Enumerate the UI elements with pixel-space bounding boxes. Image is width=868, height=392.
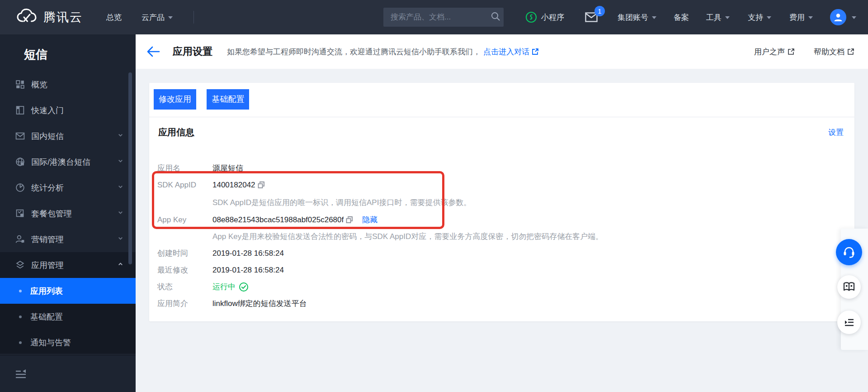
package-icon xyxy=(15,208,25,219)
field-app-key: App Key 08e88e21543bcac51988abf025c2680f… xyxy=(157,211,845,228)
sidebar-item-app-list[interactable]: 应用列表 xyxy=(0,278,136,304)
open-book-icon xyxy=(842,280,856,294)
nav-mini-program[interactable]: 小程序 xyxy=(525,11,564,23)
pie-chart-icon xyxy=(15,182,25,193)
bullet-dot-icon xyxy=(19,290,22,292)
app-key-help: App Key是用来校验短信发送合法性的密码，与SDK AppID对应，需要业务… xyxy=(157,228,845,245)
app-info-card: 修改应用 基础配置 应用信息 设置 应用名 源屋短信 SDK AppID 140… xyxy=(149,83,854,321)
chevron-down-icon xyxy=(117,234,124,244)
sidebar-group-app-mgmt: 应用管理 应用列表 基础配置 通知与告警 xyxy=(0,252,136,355)
nav-group-account[interactable]: 集团账号 xyxy=(618,12,656,23)
guide-icon xyxy=(15,105,25,115)
bullet-dot-icon xyxy=(19,341,22,344)
settings-link[interactable]: 设置 xyxy=(828,127,844,138)
globe-icon xyxy=(15,157,25,167)
content-area: 修改应用 基础配置 应用信息 设置 应用名 源屋短信 SDK AppID 140… xyxy=(136,69,868,392)
customer-service-button[interactable] xyxy=(836,239,862,265)
tencent-cloud-logo[interactable]: 腾讯云 xyxy=(16,8,83,26)
chevron-down-icon xyxy=(117,131,124,141)
sidebar-footer xyxy=(0,354,136,392)
search-input[interactable] xyxy=(391,13,491,22)
sidebar-product-title: 短信 xyxy=(0,34,136,62)
chevron-down-icon xyxy=(652,16,656,19)
chevron-down-icon xyxy=(168,16,173,19)
field-sdk-appid: SDK AppID 1400182042 xyxy=(157,177,845,193)
page-title: 应用设置 xyxy=(173,45,212,58)
chevron-down-icon xyxy=(767,16,771,19)
layers-icon xyxy=(15,260,25,270)
basic-config-button[interactable]: 基础配置 xyxy=(207,89,249,110)
nav-overview[interactable]: 总览 xyxy=(106,12,122,23)
page-header: 应用设置 如果您希望与工程师即时沟通交流，欢迎通过腾讯云短信小助手联系我们， 点… xyxy=(136,34,868,69)
bullet-dot-icon xyxy=(19,316,22,318)
search-box[interactable] xyxy=(383,8,504,27)
external-link-icon xyxy=(788,48,795,55)
chevron-down-icon xyxy=(808,16,813,19)
external-link-icon xyxy=(847,48,854,55)
user-voice-link[interactable]: 用户之声 xyxy=(754,47,795,57)
grid-icon xyxy=(15,79,25,90)
message-count-badge: 1 xyxy=(594,6,605,16)
sidebar-item-domestic-sms[interactable]: 国内短信 xyxy=(0,123,136,149)
brand-name: 腾讯云 xyxy=(43,9,83,25)
copy-icon[interactable] xyxy=(345,216,353,224)
sidebar-item-marketing-mgmt[interactable]: 营销管理 xyxy=(0,226,136,252)
sidebar-item-package-mgmt[interactable]: 套餐包管理 xyxy=(0,201,136,226)
sidebar-item-overview[interactable]: 概览 xyxy=(0,72,136,97)
sidebar-item-stats[interactable]: 统计分析 xyxy=(0,175,136,201)
account-chevron-down-icon[interactable] xyxy=(852,16,856,19)
nav-tools[interactable]: 工具 xyxy=(706,12,730,23)
card-divider xyxy=(149,117,854,117)
sidebar: 短信 概览 快速入门 xyxy=(0,34,136,392)
chevron-down-icon xyxy=(117,157,124,167)
list-arrow-icon xyxy=(842,316,856,329)
nav-support[interactable]: 支持 xyxy=(748,12,771,23)
hide-app-key-link[interactable]: 隐藏 xyxy=(362,215,377,225)
mini-program-icon xyxy=(525,11,537,23)
status-badge: 运行中 xyxy=(212,282,236,292)
sidebar-item-intl-sms[interactable]: 国际/港澳台短信 xyxy=(0,149,136,175)
nav-beian[interactable]: 备案 xyxy=(674,12,689,23)
field-app-name: 应用名 源屋短信 xyxy=(157,160,845,177)
sdk-appid-help: SDK AppID是短信应用的唯一标识，调用短信API接口时，需要提供该参数。 xyxy=(157,193,845,211)
nav-billing[interactable]: 费用 xyxy=(789,12,813,23)
mail-icon xyxy=(15,131,25,141)
sidebar-item-quickstart[interactable]: 快速入门 xyxy=(0,97,136,123)
collapse-sidebar-icon[interactable] xyxy=(15,368,27,378)
search-icon[interactable] xyxy=(491,11,500,23)
sidebar-item-app-mgmt[interactable]: 应用管理 xyxy=(0,252,136,278)
section-title: 应用信息 xyxy=(158,125,194,139)
page-description: 如果您希望与工程师即时沟通交流，欢迎通过腾讯云短信小助手联系我们， xyxy=(227,47,481,57)
nav-messages[interactable]: 1 xyxy=(585,12,598,22)
chevron-up-icon xyxy=(117,260,124,270)
sidebar-scrollbar[interactable] xyxy=(128,72,132,264)
quick-nav-button[interactable] xyxy=(837,311,861,334)
cloud-logo-icon xyxy=(16,8,37,26)
sidebar-item-notify-alert[interactable]: 通知与告警 xyxy=(0,330,136,355)
app-info-fields: 应用名 源屋短信 SDK AppID 1400182042 SDK AppID是… xyxy=(157,160,845,312)
field-app-intro: 应用简介 linkflow绑定的短信发送平台 xyxy=(157,295,845,312)
modify-app-button[interactable]: 修改应用 xyxy=(154,89,196,110)
field-modified-at: 最近修改 2019-01-28 16:58:24 xyxy=(157,262,845,278)
top-navbar: 腾讯云 总览 云产品 小程序 1 xyxy=(0,0,868,34)
sidebar-menu: 概览 快速入门 国内短信 xyxy=(0,72,136,355)
field-created-at: 创建时间 2019-01-28 16:58:24 xyxy=(157,245,845,262)
nav-divider xyxy=(193,11,194,24)
field-status: 状态 运行中 xyxy=(157,278,845,295)
help-docs-link[interactable]: 帮助文档 xyxy=(814,47,854,57)
docs-button[interactable] xyxy=(837,275,861,299)
copy-icon[interactable] xyxy=(257,181,265,189)
check-circle-icon xyxy=(239,282,249,292)
back-button[interactable] xyxy=(146,46,160,57)
nav-cloud-products[interactable]: 云产品 xyxy=(142,12,173,23)
enter-chat-link[interactable]: 点击进入对话 xyxy=(483,47,539,57)
external-link-icon xyxy=(532,48,539,55)
sidebar-item-basic-config[interactable]: 基础配置 xyxy=(0,304,136,330)
chevron-down-icon xyxy=(117,209,124,218)
chevron-down-icon xyxy=(117,183,124,192)
user-avatar-icon xyxy=(833,12,843,22)
avatar[interactable] xyxy=(830,9,846,25)
user-icon xyxy=(15,234,25,244)
chevron-down-icon xyxy=(725,16,730,19)
headset-icon xyxy=(842,245,856,259)
